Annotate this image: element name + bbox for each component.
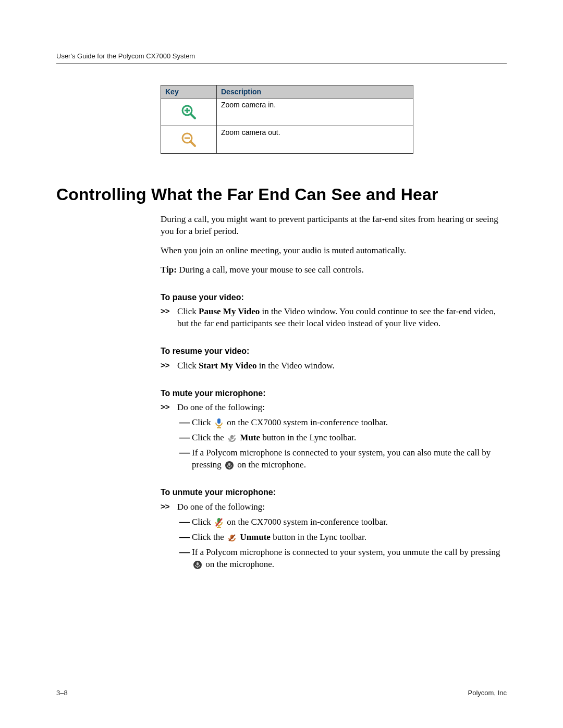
svg-line-3 [191, 114, 195, 118]
tip-text: During a call, move your mouse to see ca… [177, 265, 364, 275]
step-marker: >> [161, 402, 177, 412]
text: button in the Lync toolbar. [260, 433, 356, 442]
text: Click [192, 417, 213, 427]
text: on the CX7000 system in-conference toolb… [227, 517, 388, 527]
text: on the microphone. [237, 460, 306, 470]
sub-step-row: — If a Polycom microphone is connected t… [177, 547, 507, 571]
sub-step-text: Click the Mute button in the Lync toolba… [192, 432, 507, 444]
zoom-in-icon [181, 104, 197, 120]
table-cell-description: Zoom camera in. [217, 98, 413, 126]
dash-marker: — [177, 432, 192, 442]
sub-step-row: — Click the Unmute button in the Lync to… [177, 532, 507, 544]
svg-rect-7 [217, 418, 221, 424]
bold-text: Unmute [240, 532, 271, 542]
table-row: Zoom camera out. [161, 126, 413, 154]
svg-line-6 [191, 142, 195, 146]
sub-step-text: If a Polycom microphone is connected to … [192, 547, 507, 571]
zoom-out-icon-cell [161, 126, 217, 154]
sub-step-row: — Click on the CX7000 system in-conferen… [177, 516, 507, 528]
step-text: Do one of the following: [177, 402, 507, 414]
intro-paragraph: During a call, you might want to prevent… [161, 214, 507, 238]
table-header-description: Description [217, 85, 413, 98]
dash-marker: — [177, 516, 192, 527]
intro-paragraph: When you join an online meeting, your au… [161, 245, 507, 257]
zoom-in-icon-cell [161, 98, 217, 126]
text: in the Video window. [257, 361, 335, 371]
unmute-color-icon [227, 533, 237, 542]
page-number: 3–8 [56, 689, 68, 697]
step-row: >> Click Start My Video in the Video win… [161, 360, 507, 372]
text: If a Polycom microphone is connected to … [192, 448, 491, 470]
text: Click [192, 517, 213, 527]
dash-marker: — [177, 532, 192, 542]
sub-step-text: Click on the CX7000 system in-conference… [192, 516, 507, 528]
page-footer: 3–8 Polycom, Inc [56, 689, 507, 697]
text: Click the [192, 532, 226, 542]
microphone-muted-green-icon [214, 517, 224, 528]
step-text: Click Start My Video in the Video window… [177, 360, 507, 372]
key-description-table: Key Description Zoom camera in. [161, 85, 413, 154]
sub-step-row: — Click on the CX7000 system in-conferen… [177, 417, 507, 429]
text: Click the [192, 433, 226, 442]
sub-step-text: If a Polycom microphone is connected to … [192, 447, 507, 471]
microphone-blue-icon [214, 417, 224, 429]
text: on the microphone. [205, 559, 274, 569]
sub-step-row: — Click the Mute button in the Lync tool… [177, 432, 507, 444]
mute-grey-icon [227, 434, 237, 443]
microphone-button-icon [193, 560, 202, 570]
dash-marker: — [177, 447, 192, 458]
tip-label: Tip: [161, 265, 177, 275]
bold-text: Mute [240, 433, 260, 442]
step-row: >> Click Pause My Video in the Video win… [161, 306, 507, 330]
text: Click [177, 306, 199, 316]
tip-paragraph: Tip: During a call, move your mouse to s… [161, 264, 507, 276]
step-row: >> Do one of the following: [161, 402, 507, 414]
microphone-button-icon [225, 461, 234, 470]
step-text: Do one of the following: [177, 501, 507, 513]
text: on the CX7000 system in-conference toolb… [227, 417, 388, 427]
sub-step-text: Click the Unmute button in the Lync tool… [192, 532, 507, 544]
text: Click [177, 361, 199, 371]
running-head: User's Guide for the Polycom CX7000 Syst… [56, 52, 507, 64]
text: If a Polycom microphone is connected to … [192, 547, 500, 557]
table-cell-description: Zoom camera out. [217, 126, 413, 154]
svg-rect-22 [197, 562, 199, 565]
table-header-key: Key [161, 85, 217, 98]
step-row: >> Do one of the following: [161, 501, 507, 513]
text: button in the Lync toolbar. [271, 532, 366, 542]
step-marker: >> [161, 360, 177, 371]
sub-step-row: — If a Polycom microphone is connected t… [177, 447, 507, 471]
dash-marker: — [177, 547, 192, 557]
section-body: During a call, you might want to prevent… [161, 214, 507, 571]
svg-rect-13 [228, 463, 230, 466]
subhead-unmute-mic: To unmute your microphone: [161, 487, 507, 498]
table-row: Zoom camera in. [161, 98, 413, 126]
section-title: Controlling What the Far End Can See and… [56, 185, 507, 204]
bold-text: Start My Video [199, 361, 256, 371]
step-marker: >> [161, 501, 177, 512]
footer-company: Polycom, Inc [468, 689, 507, 697]
zoom-out-icon [181, 132, 197, 147]
subhead-pause-video: To pause your video: [161, 292, 507, 303]
sub-step-text: Click on the CX7000 system in-conference… [192, 417, 507, 429]
step-marker: >> [161, 306, 177, 316]
subhead-mute-mic: To mute your microphone: [161, 388, 507, 399]
subhead-resume-video: To resume your video: [161, 346, 507, 357]
bold-text: Pause My Video [199, 306, 260, 316]
dash-marker: — [177, 417, 192, 427]
step-text: Click Pause My Video in the Video window… [177, 306, 507, 330]
